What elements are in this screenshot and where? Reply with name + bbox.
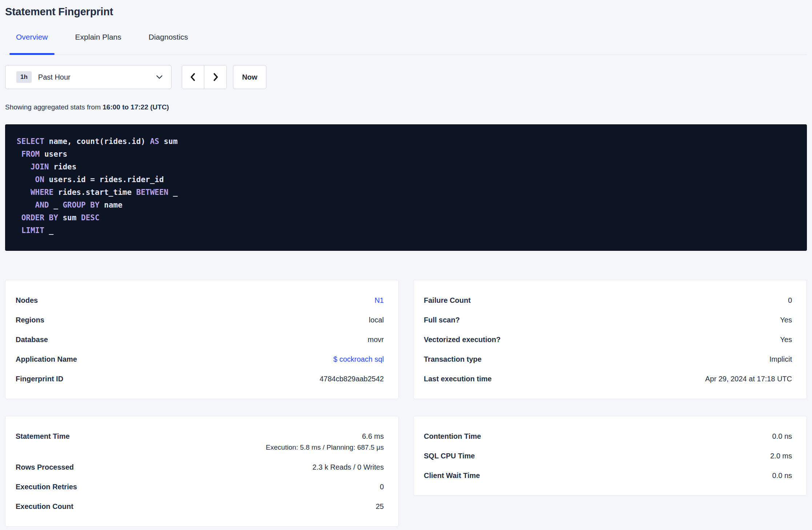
kv-value-wrap: 0: [788, 296, 792, 305]
sql-text: [17, 162, 31, 171]
kv-value-wrap: 0.0 ns: [772, 432, 792, 441]
sql-text: [17, 201, 35, 209]
kv-value: 0: [788, 296, 792, 305]
kv-label: Transaction type: [424, 355, 490, 364]
statement-timing-card: Statement Time6.6 msExecution: 5.8 ms / …: [5, 416, 399, 527]
kv-subvalue: Execution: 5.8 ms / Planning: 687.5 µs: [266, 443, 384, 452]
sql-keyword: GROUP BY: [63, 201, 99, 209]
cards-grid: NodesN1RegionslocalDatabasemovrApplicati…: [5, 280, 807, 530]
time-interval-label: Past Hour: [38, 73, 156, 81]
sql-line: SELECT name, count(rides.id) AS sum: [17, 135, 796, 148]
time-step-button-group: [182, 65, 227, 89]
kv-row: Statement Time6.6 msExecution: 5.8 ms / …: [16, 426, 384, 457]
sql-text: name: [100, 201, 122, 209]
sql-line: ON users.id = rides.rider_id: [17, 173, 796, 186]
kv-value: 2.0 ms: [770, 451, 792, 460]
kv-label: Full scan?: [424, 316, 469, 324]
kv-value-link[interactable]: $ cockroach sql: [333, 355, 384, 364]
kv-value-wrap: 6.6 msExecution: 5.8 ms / Planning: 687.…: [266, 432, 384, 452]
kv-value: 4784cb829aab2542: [319, 374, 384, 383]
sql-text: rides: [49, 162, 77, 171]
kv-value-wrap: 0.0 ns: [772, 471, 792, 480]
sql-text: _: [49, 201, 63, 209]
kv-value: 25: [376, 502, 384, 511]
kv-row: Regionslocal: [16, 310, 384, 330]
kv-value-wrap: 25: [376, 502, 384, 511]
sql-text: name, count(rides.id): [44, 137, 150, 146]
page-title: Statement Fingerprint: [5, 6, 807, 18]
kv-label: Execution Count: [16, 502, 82, 511]
kv-label: Vectorized execution?: [424, 335, 509, 344]
kv-row: Rows Processed2.3 k Reads / 0 Writes: [16, 457, 384, 477]
kv-label: Client Wait Time: [424, 471, 489, 480]
kv-value: local: [369, 316, 384, 324]
tab-overview[interactable]: Overview: [16, 32, 48, 55]
kv-row: NodesN1: [16, 290, 384, 310]
kv-row: Contention Time0.0 ns: [424, 426, 792, 446]
chevron-down-icon: [156, 75, 162, 79]
chevron-left-icon: [189, 72, 197, 82]
tab-explain-plans[interactable]: Explain Plans: [75, 32, 121, 55]
kv-row: Vectorized execution?Yes: [424, 330, 792, 349]
kv-label: Application Name: [16, 355, 86, 364]
time-interval-badge: 1h: [16, 71, 32, 83]
kv-label: Rows Processed: [16, 463, 83, 471]
kv-row: Client Wait Time0.0 ns: [424, 466, 792, 485]
time-controls: 1h Past Hour: [5, 65, 807, 89]
kv-row: Application Name$ cockroach sql: [16, 349, 384, 369]
kv-row: Failure Count0: [424, 290, 792, 310]
sql-line: LIMIT _: [17, 224, 796, 237]
kv-row: Transaction typeImplicit: [424, 349, 792, 369]
previous-interval-button[interactable]: [182, 65, 204, 89]
sql-text: [17, 226, 21, 235]
sql-text: [17, 188, 31, 197]
chevron-right-icon: [212, 72, 220, 82]
kv-value-wrap: Apr 29, 2024 at 17:18 UTC: [705, 374, 792, 383]
kv-value-wrap: 4784cb829aab2542: [319, 374, 384, 383]
time-interval-select[interactable]: 1h Past Hour: [5, 65, 172, 89]
sql-text: rides.start_time: [53, 188, 136, 197]
sql-keyword: JOIN: [31, 162, 49, 171]
sql-text: sum: [159, 137, 178, 146]
kv-value: Yes: [780, 316, 792, 324]
sql-line: ORDER BY sum DESC: [17, 212, 796, 224]
kv-value-wrap: $ cockroach sql: [333, 355, 384, 364]
kv-value: 0.0 ns: [772, 471, 792, 480]
kv-value: movr: [368, 335, 384, 344]
kv-row: Execution Count25: [16, 497, 384, 516]
kv-value: Apr 29, 2024 at 17:18 UTC: [705, 374, 792, 383]
tab-bar: OverviewExplain PlansDiagnostics: [5, 32, 807, 55]
kv-value-wrap: 2.3 k Reads / 0 Writes: [313, 463, 384, 471]
sql-keyword: ON: [35, 175, 44, 184]
kv-row: Databasemovr: [16, 330, 384, 349]
kv-row: Fingerprint ID4784cb829aab2542: [16, 369, 384, 389]
kv-row: SQL CPU Time2.0 ms: [424, 446, 792, 466]
kv-value: 0.0 ns: [772, 432, 792, 441]
aggregated-stats-prefix: Showing aggregated stats from: [5, 103, 102, 111]
kv-value-wrap: local: [369, 316, 384, 324]
sql-keyword: FROM: [21, 150, 40, 158]
sql-statement-box: SELECT name, count(rides.id) AS sum FROM…: [5, 124, 807, 251]
statement-details-card: NodesN1RegionslocalDatabasemovrApplicati…: [5, 280, 399, 399]
sql-text: users: [40, 150, 67, 158]
sql-text: users.id = rides.rider_id: [44, 175, 164, 184]
kv-value-wrap: Implicit: [769, 355, 792, 364]
sql-line: WHERE rides.start_time BETWEEN _: [17, 186, 796, 199]
sql-keyword: ORDER BY: [21, 213, 58, 222]
kv-value-link[interactable]: N1: [374, 296, 384, 305]
kv-label: Contention Time: [424, 432, 490, 441]
kv-value-wrap: Yes: [780, 335, 792, 344]
sql-text: _: [44, 226, 53, 235]
sql-keyword: AND: [35, 201, 49, 209]
now-button[interactable]: Now: [233, 65, 266, 89]
sql-text: [17, 175, 35, 184]
tab-diagnostics[interactable]: Diagnostics: [149, 32, 188, 55]
kv-value-wrap: 2.0 ms: [770, 451, 792, 460]
sql-text: [17, 213, 21, 222]
sql-keyword: AS: [150, 137, 159, 146]
sql-keyword: SELECT: [17, 137, 44, 146]
kv-row: Last execution timeApr 29, 2024 at 17:18…: [424, 369, 792, 389]
next-interval-button[interactable]: [204, 65, 226, 89]
kv-value-wrap: movr: [368, 335, 384, 344]
sql-line: JOIN rides: [17, 161, 796, 173]
